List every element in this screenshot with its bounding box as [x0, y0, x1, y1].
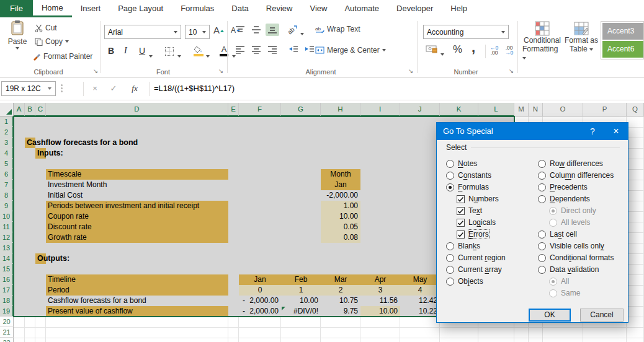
cell-H12[interactable]: 0.08	[321, 232, 360, 243]
goto-option-blanks[interactable]: Blanks	[446, 241, 480, 251]
cell-J18[interactable]: 12.42	[400, 296, 440, 306]
cell-H11[interactable]: 0.05	[321, 222, 360, 232]
row-header-4[interactable]: 4	[0, 148, 14, 159]
cell-H8[interactable]: -2,000.00	[321, 190, 360, 201]
row-header-13[interactable]: 13	[0, 243, 14, 253]
cell-F17[interactable]: 0	[239, 285, 281, 296]
cell-J16[interactable]: May	[400, 274, 440, 285]
cell-G16[interactable]: Feb	[281, 274, 321, 285]
cell-I17[interactable]: 3	[360, 285, 400, 296]
column-header-c[interactable]: C	[35, 103, 46, 116]
cell-D16[interactable]: Timeline	[46, 274, 228, 285]
cell-G19[interactable]: #DIV/0!	[281, 306, 321, 317]
row-header-6[interactable]: 6	[0, 169, 14, 180]
row-header-18[interactable]: 18	[0, 296, 14, 306]
column-header-a[interactable]: A	[14, 103, 25, 116]
cell-I19[interactable]: 10.00	[360, 306, 400, 317]
goto-option-row-differences[interactable]: Row differences	[538, 159, 603, 169]
cell-D11[interactable]: Discount rate	[46, 222, 228, 232]
row-header-5[interactable]: 5	[0, 159, 14, 169]
row-header-21[interactable]: 21	[0, 327, 14, 338]
cell-H17[interactable]: 2	[321, 285, 360, 296]
goto-option-formulas[interactable]: Formulas	[446, 182, 489, 192]
cell-C4[interactable]: Inputs:	[35, 148, 63, 159]
goto-option-errors[interactable]: Errors	[457, 229, 489, 239]
cancel-button[interactable]: Cancel	[580, 309, 624, 322]
column-header-p[interactable]: P	[583, 103, 627, 116]
goto-option-logicals[interactable]: Logicals	[457, 217, 496, 227]
cell-D19[interactable]: Present value of cashflow	[46, 306, 228, 317]
column-header-q[interactable]: Q	[627, 103, 644, 116]
cell-F19[interactable]: -2,000.00	[239, 306, 281, 317]
column-header-e[interactable]: E	[228, 103, 239, 116]
column-header-b[interactable]: B	[25, 103, 35, 116]
row-header-8[interactable]: 8	[0, 190, 14, 201]
cell-I16[interactable]: Apr	[360, 274, 400, 285]
row-header-17[interactable]: 17	[0, 285, 14, 296]
cell-B3[interactable]: Cashflow forecasts for a bond	[25, 138, 138, 148]
row-header-12[interactable]: 12	[0, 232, 14, 243]
goto-option-conditional-formats[interactable]: Conditional formats	[538, 253, 614, 263]
cell-I18[interactable]: 11.56	[360, 296, 400, 306]
cell-H10[interactable]: 10.00	[321, 211, 360, 222]
cell-J19[interactable]: 10.22	[400, 306, 440, 317]
goto-option-objects[interactable]: Objects	[446, 276, 483, 286]
ok-button[interactable]: OK	[529, 309, 571, 322]
goto-option-visible-cells-only[interactable]: Visible cells only	[538, 241, 604, 251]
goto-option-column-differences[interactable]: Column differences	[538, 170, 614, 180]
row-header-7[interactable]: 7	[0, 180, 14, 190]
dialog-close-button[interactable]: ×	[606, 123, 627, 140]
column-header-h[interactable]: H	[321, 103, 360, 116]
column-header-k[interactable]: K	[440, 103, 478, 116]
column-header-j[interactable]: J	[400, 103, 440, 116]
cell-C14[interactable]: Outputs:	[35, 253, 69, 264]
cell-D7[interactable]: Investment Month	[46, 180, 228, 190]
goto-option-notes[interactable]: Notes	[446, 159, 477, 169]
row-header-1[interactable]: 1	[0, 116, 14, 127]
column-header-l[interactable]: L	[478, 103, 514, 116]
column-header-d[interactable]: D	[46, 103, 228, 116]
cell-F16[interactable]: Jan	[239, 274, 281, 285]
row-header-22[interactable]: 22	[0, 338, 14, 342]
cell-G18[interactable]: 10.00	[281, 296, 321, 306]
cell-D10[interactable]: Coupon rate	[46, 211, 228, 222]
column-header-n[interactable]: N	[529, 103, 543, 116]
cell-D9[interactable]: Periods between investment and initial r…	[46, 201, 228, 211]
column-header-g[interactable]: G	[281, 103, 321, 116]
row-header-14[interactable]: 14	[0, 253, 14, 264]
column-header-m[interactable]: M	[514, 103, 529, 116]
cell-D6[interactable]: Timescale	[46, 169, 228, 180]
goto-option-text[interactable]: Text	[457, 206, 482, 216]
row-header-11[interactable]: 11	[0, 222, 14, 232]
row-header-16[interactable]: 16	[0, 274, 14, 285]
row-header-19[interactable]: 19	[0, 306, 14, 317]
goto-option-constants[interactable]: Constants	[446, 170, 491, 180]
goto-option-last-cell[interactable]: Last cell	[538, 229, 577, 239]
cell-D8[interactable]: Initial Cost	[46, 190, 228, 201]
column-header-f[interactable]: F	[239, 103, 281, 116]
cell-H19[interactable]: 9.75	[321, 306, 360, 317]
row-header-20[interactable]: 20	[0, 317, 14, 327]
goto-option-precedents[interactable]: Precedents	[538, 182, 588, 192]
cell-D12[interactable]: Growth rate	[46, 232, 228, 243]
goto-option-dependents[interactable]: Dependents	[538, 194, 590, 204]
cell-J17[interactable]: 4	[400, 285, 440, 296]
cell-G17[interactable]: 1	[281, 285, 321, 296]
cell-F18[interactable]: -2,000.00	[239, 296, 281, 306]
select-all-button[interactable]	[0, 103, 14, 116]
dialog-help-button[interactable]: ?	[582, 123, 603, 140]
cell-D17[interactable]: Period	[46, 285, 228, 296]
cell-H9[interactable]: 1.00	[321, 201, 360, 211]
column-header-o[interactable]: O	[543, 103, 583, 116]
cell-H6[interactable]: Month	[321, 169, 360, 180]
goto-option-numbers[interactable]: Numbers	[457, 194, 499, 204]
row-header-9[interactable]: 9	[0, 201, 14, 211]
goto-option-current-array[interactable]: Current array	[446, 265, 502, 274]
row-header-10[interactable]: 10	[0, 211, 14, 222]
row-header-2[interactable]: 2	[0, 127, 14, 138]
cell-H18[interactable]: 10.75	[321, 296, 360, 306]
row-header-15[interactable]: 15	[0, 264, 14, 274]
cell-H16[interactable]: Mar	[321, 274, 360, 285]
goto-option-data-validation[interactable]: Data validation	[538, 265, 599, 274]
cell-H7[interactable]: Jan	[321, 180, 360, 190]
